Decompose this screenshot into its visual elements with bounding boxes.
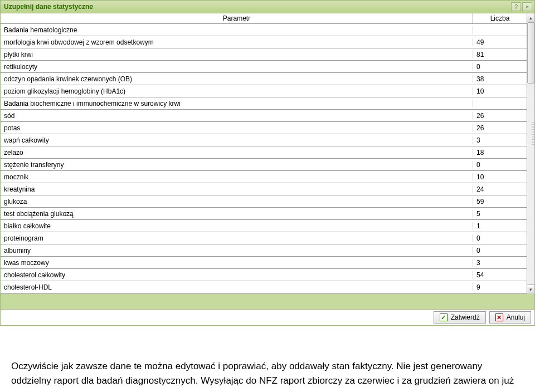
table-row[interactable]: kwas moczowy3	[1, 257, 527, 269]
table-row[interactable]: poziom glikozylacji hemoglobiny (HbA1c)1…	[1, 85, 527, 97]
help-icon: ?	[514, 3, 518, 10]
chevron-up-icon: ▴	[529, 15, 532, 21]
check-icon: ✓	[440, 313, 448, 321]
cell-param: cholesterol-HDL	[1, 283, 473, 291]
scroll-down-button[interactable]: ▾	[527, 285, 534, 293]
cell-param: białko całkowite	[1, 222, 473, 230]
table-row[interactable]: odczyn opadania krwinek czerwonych (OB)3…	[1, 73, 527, 85]
cell-liczba[interactable]: 49	[473, 38, 527, 46]
cell-liczba[interactable]: 0	[473, 234, 527, 242]
cell-param: wapń całkowity	[1, 136, 473, 144]
cell-param: poziom glikozylacji hemoglobiny (HbA1c)	[1, 87, 473, 95]
cell-liczba[interactable]: 24	[473, 185, 527, 193]
cell-param: Badania hematologiczne	[1, 26, 473, 34]
cross-icon: ✕	[495, 313, 503, 321]
table-row[interactable]: cholesterol-HDL9	[1, 281, 527, 293]
scrollbar-thumb[interactable]	[527, 22, 534, 84]
chevron-down-icon: ▾	[529, 287, 532, 292]
cell-param: płytki krwi	[1, 51, 473, 58]
column-header-param[interactable]: Parametr	[1, 13, 473, 23]
data-grid: Parametr Liczba Badania hematologicznemo…	[1, 13, 527, 293]
table-row[interactable]: Badania hematologiczne	[1, 24, 527, 36]
cell-param: kreatynina	[1, 185, 473, 193]
cell-param: test obciążenia glukozą	[1, 210, 473, 218]
table-row[interactable]: retikulocyty0	[1, 61, 527, 73]
cell-liczba[interactable]: 26	[473, 124, 527, 132]
cell-liczba[interactable]: 18	[473, 149, 527, 156]
cell-liczba[interactable]: 81	[473, 51, 527, 58]
table-row[interactable]: białko całkowite1	[1, 220, 527, 232]
cell-param: proteinogram	[1, 234, 473, 242]
close-button[interactable]: ×	[522, 2, 532, 11]
cell-liczba[interactable]: 5	[473, 210, 527, 218]
table-row[interactable]: płytki krwi81	[1, 48, 527, 61]
dialog-window: Uzupełnij dane statystyczne ? × Parametr…	[0, 0, 535, 326]
cell-liczba[interactable]: 0	[473, 63, 527, 71]
table-row[interactable]: glukoza59	[1, 195, 527, 208]
grid-body: Badania hematologicznemorfologia krwi ob…	[1, 24, 527, 293]
scrollbar-track[interactable]	[527, 22, 534, 285]
footer-gap	[1, 293, 534, 309]
cell-param: cholesterol całkowity	[1, 271, 473, 279]
cell-liczba[interactable]: 59	[473, 198, 527, 205]
cell-liczba[interactable]: 38	[473, 75, 527, 83]
scrollbar-grip-icon	[532, 122, 534, 145]
document-paragraph: Oczywiście jak zawsze dane te można edyt…	[0, 326, 535, 392]
cancel-button[interactable]: ✕ Anuluj	[489, 311, 531, 324]
table-row[interactable]: proteinogram0	[1, 232, 527, 244]
vertical-scrollbar[interactable]: ▴ ▾	[527, 13, 534, 293]
cell-liczba[interactable]: 10	[473, 173, 527, 181]
table-row[interactable]: potas26	[1, 122, 527, 134]
table-row[interactable]: Badania biochemiczne i immunochemiczne w…	[1, 97, 527, 110]
cell-liczba[interactable]: 1	[473, 222, 527, 230]
help-button[interactable]: ?	[511, 2, 521, 11]
cell-param: odczyn opadania krwinek czerwonych (OB)	[1, 75, 473, 83]
table-row[interactable]: cholesterol całkowity54	[1, 269, 527, 281]
grid-wrap: Parametr Liczba Badania hematologicznemo…	[1, 13, 534, 293]
cell-liczba[interactable]: 0	[473, 161, 527, 169]
table-row[interactable]: stężenie transferyny0	[1, 159, 527, 171]
cell-param: retikulocyty	[1, 63, 473, 71]
cancel-button-label: Anuluj	[507, 313, 525, 321]
table-row[interactable]: albuminy0	[1, 244, 527, 257]
scroll-up-button[interactable]: ▴	[527, 13, 534, 22]
titlebar: Uzupełnij dane statystyczne ? ×	[1, 1, 534, 13]
table-row[interactable]: test obciążenia glukozą5	[1, 208, 527, 220]
cell-param: żelazo	[1, 149, 473, 156]
grid-header: Parametr Liczba	[1, 13, 527, 24]
cell-param: potas	[1, 124, 473, 132]
cell-param: Badania biochemiczne i immunochemiczne w…	[1, 100, 473, 107]
cell-param: morfologia krwi obwodowej z wzorem odset…	[1, 38, 473, 46]
content-area: Parametr Liczba Badania hematologicznemo…	[1, 13, 534, 309]
table-row[interactable]: morfologia krwi obwodowej z wzorem odset…	[1, 36, 527, 48]
cell-liczba[interactable]: 0	[473, 247, 527, 254]
cell-param: albuminy	[1, 247, 473, 254]
table-row[interactable]: wapń całkowity3	[1, 134, 527, 146]
cell-liczba[interactable]: 54	[473, 271, 527, 279]
cell-param: mocznik	[1, 173, 473, 181]
table-row[interactable]: sód26	[1, 110, 527, 122]
confirm-button[interactable]: ✓ Zatwierdź	[434, 311, 486, 324]
column-header-liczba[interactable]: Liczba	[473, 13, 527, 23]
cell-param: sód	[1, 112, 473, 120]
cell-param: stężenie transferyny	[1, 161, 473, 169]
table-row[interactable]: kreatynina24	[1, 183, 527, 195]
cell-liczba[interactable]: 3	[473, 259, 527, 267]
table-row[interactable]: żelazo18	[1, 146, 527, 159]
close-icon: ×	[526, 3, 529, 10]
footer-bar: ✓ Zatwierdź ✕ Anuluj	[1, 309, 534, 325]
cell-liczba[interactable]: 10	[473, 87, 527, 95]
cell-liczba[interactable]: 26	[473, 112, 527, 120]
paragraph-text: Oczywiście jak zawsze dane te można edyt…	[11, 361, 514, 392]
cell-liczba[interactable]: 9	[473, 283, 527, 291]
window-title: Uzupełnij dane statystyczne	[4, 3, 93, 11]
titlebar-controls: ? ×	[511, 2, 532, 11]
cell-param: kwas moczowy	[1, 259, 473, 267]
cell-param: glukoza	[1, 198, 473, 205]
table-row[interactable]: mocznik10	[1, 171, 527, 183]
confirm-button-label: Zatwierdź	[451, 313, 480, 321]
cell-liczba[interactable]: 3	[473, 136, 527, 144]
